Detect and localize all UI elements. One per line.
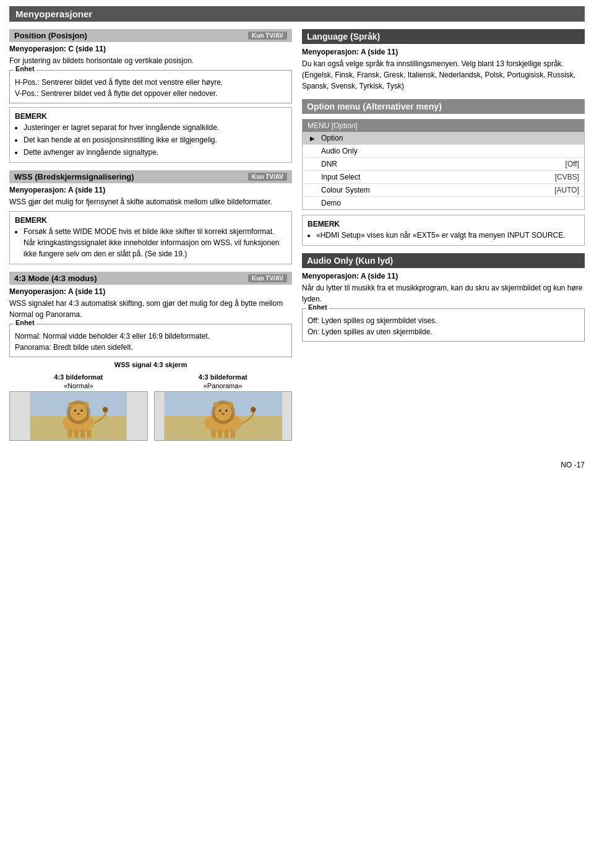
audio-only-enhet-content: Off: Lyden spilles og skjermbildet vises… (308, 315, 579, 337)
page-container: Menyoperasjoner Position (Posisjon) Kun … (0, 0, 594, 868)
option-menu-dnr-label: DNR (321, 160, 566, 168)
svg-point-9 (74, 410, 76, 412)
position-bemerk-item-1: Justeringer er lagret separat for hver i… (24, 122, 286, 133)
svg-point-25 (228, 402, 233, 407)
position-bemerk: BEMERK Justeringer er lagret separat for… (9, 107, 292, 163)
language-section: Language (Språk) Menyoperasjon: A (side … (302, 29, 585, 92)
svg-rect-31 (224, 430, 228, 438)
mode43-enhet-label: Enhet (14, 319, 37, 326)
audio-only-body: Når du lytter til musikk fra et musikkpr… (302, 282, 585, 305)
wss-bemerk-item-1: Forsøk å sette WIDE MODE hvis et bilde i… (24, 226, 286, 259)
position-body: For justering av bildets horisontale og … (9, 55, 292, 66)
svg-point-7 (68, 402, 74, 407)
option-menu-row-colour-icon (308, 185, 317, 195)
right-column: Language (Språk) Menyoperasjon: A (side … (302, 29, 585, 448)
svg-point-33 (250, 407, 256, 412)
audio-only-enhet-box: Enhet Off: Lyden spilles og skjermbildet… (302, 308, 585, 342)
wss-title: WSS (Bredskjermsignalisering) (14, 172, 134, 181)
option-menu-row-demo-icon (308, 198, 317, 208)
diagram-left: 4:3 bildeformat «Normal» (9, 373, 148, 441)
option-menu-mockup: MENU [Option] ▶ Option Audio Only DNR [O… (302, 119, 585, 210)
svg-point-10 (80, 410, 82, 412)
position-enhet-content: H-Pos.: Sentrerer bildet ved å flytte de… (15, 77, 286, 99)
diagram-right-title: 4:3 bildeformat (154, 373, 293, 381)
option-menu-row-dnr: DNR [Off] (303, 158, 584, 171)
position-bemerk-item-3: Dette avhenger av inngående signaltype. (24, 147, 286, 158)
option-menu-colour-value: [AUTO] (554, 186, 579, 194)
option-menu-title-row: MENU [Option] (303, 119, 584, 132)
mode43-body: WSS signalet har 4:3 automatisk skifting… (9, 298, 292, 320)
svg-rect-15 (87, 430, 92, 438)
option-bemerk: BEMERK «HDMI Setup» vises kun når «EXT5»… (302, 215, 585, 246)
audio-on-text: Lyden spilles av uten skjermbilde. (322, 328, 433, 336)
audio-off-label: Off: (308, 316, 319, 325)
mode43-section: 4:3 Mode (4:3 modus) Kun TV/AV Menyopera… (9, 272, 292, 441)
hpos-label: H-Pos.: (15, 78, 40, 87)
position-badge: Kun TV/AV (248, 32, 287, 40)
svg-rect-13 (74, 430, 79, 438)
position-title: Position (Posisjon) (14, 31, 87, 40)
svg-rect-29 (211, 430, 215, 438)
language-header: Language (Språk) (302, 29, 585, 44)
svg-point-16 (103, 407, 108, 412)
audio-on-label: On: (308, 328, 319, 336)
option-menu-row-dnr-icon (308, 159, 317, 169)
mode43-badge: Kun TV/AV (248, 274, 287, 282)
audio-only-section: Audio Only (Kun lyd) Menyoperasjon: A (s… (302, 253, 585, 342)
normal-text: Normal vidde beholder 4:3 eller 16:9 bil… (43, 332, 209, 341)
svg-point-24 (213, 402, 218, 407)
position-bemerk-item-2: Det kan hende at en posisjonsinnstilling… (24, 134, 286, 145)
mode43-title: 4:3 Mode (4:3 modus) (14, 274, 97, 283)
mode43-enhet-content: Normal: Normal vidde beholder 4:3 eller … (15, 331, 286, 353)
option-bemerk-item-1: «HDMI Setup» vises kun når «EXT5» er val… (316, 230, 579, 241)
wss-diagrams: 4:3 bildeformat «Normal» (9, 373, 292, 441)
lion-normal-svg (10, 392, 147, 440)
diagram-right-image (154, 391, 293, 441)
wss-meny-op: Menyoperasjon: A (side 11) (9, 186, 292, 194)
wss-body: WSS gjør det mulig for fjernsynet å skif… (9, 196, 292, 207)
diagram-left-title: 4:3 bildeformat (9, 373, 148, 381)
option-menu-input-label: Input Select (321, 173, 555, 181)
main-content: Position (Posisjon) Kun TV/AV Menyoperas… (9, 29, 585, 448)
panorama-label: Panorama: (15, 343, 51, 352)
position-enhet-box: Enhet H-Pos.: Sentrerer bildet ved å fly… (9, 70, 292, 103)
position-enhet-label: Enhet (14, 65, 37, 72)
lion-panorama-svg (155, 392, 292, 440)
option-bemerk-title: BEMERK (308, 219, 579, 230)
mode43-meny-op: Menyoperasjon: A (side 11) (9, 287, 292, 296)
svg-rect-30 (218, 430, 222, 438)
option-menu-demo-label: Demo (321, 199, 579, 207)
diagram-left-image (9, 391, 148, 441)
audio-only-enhet-label: Enhet (306, 303, 329, 311)
position-bemerk-title: BEMERK (15, 111, 286, 122)
left-column: Position (Posisjon) Kun TV/AV Menyoperas… (9, 29, 292, 448)
option-menu-row-audio: Audio Only (303, 145, 584, 158)
language-body: Du kan også velge språk fra innstillings… (302, 58, 585, 92)
wss-bemerk-list: Forsøk å sette WIDE MODE hvis et bilde i… (15, 226, 286, 259)
audio-only-meny-op: Menyoperasjon: A (side 11) (302, 272, 585, 280)
option-menu-colour-label: Colour System (321, 186, 554, 194)
option-menu-row-input-icon (308, 172, 317, 182)
wss-header: WSS (Bredskjermsignalisering) Kun TV/AV (9, 170, 292, 183)
hpos-text: Sentrerer bildet ved å flytte det mot ve… (41, 78, 223, 87)
option-menu-section: Option menu (Alternativer meny) MENU [Op… (302, 99, 585, 246)
wss-signal-label: WSS signal 4:3 skjerm (9, 361, 292, 368)
option-menu-icon: ▶ (308, 133, 317, 143)
svg-rect-12 (67, 430, 72, 438)
language-meny-op: Menyoperasjon: A (side 11) (302, 48, 585, 56)
option-menu-dnr-value: [Off] (566, 160, 579, 168)
option-menu-input-value: [CVBS] (555, 173, 579, 181)
audio-off-text: Lyden spilles og skjermbildet vises. (321, 316, 437, 325)
mode43-enhet-box: Enhet Normal: Normal vidde beholder 4:3 … (9, 324, 292, 357)
svg-rect-14 (80, 430, 85, 438)
position-bemerk-list: Justeringer er lagret separat for hver i… (15, 122, 286, 158)
svg-point-27 (225, 410, 227, 412)
option-menu-row-audio-icon (308, 146, 317, 156)
option-menu-row-colour: Colour System [AUTO] (303, 184, 584, 197)
option-menu-audio-label: Audio Only (321, 147, 579, 155)
vpos-text: Sentrerer bildet ved å flytte det oppove… (41, 89, 218, 98)
position-header: Position (Posisjon) Kun TV/AV (9, 29, 292, 42)
normal-label: Normal: (15, 332, 41, 341)
svg-point-28 (222, 413, 225, 415)
position-section: Position (Posisjon) Kun TV/AV Menyoperas… (9, 29, 292, 163)
